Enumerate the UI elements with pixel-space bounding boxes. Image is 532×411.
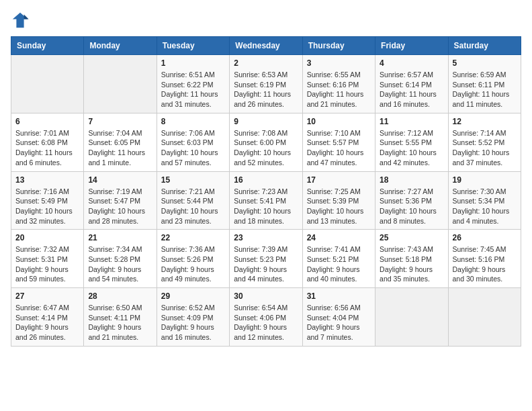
day-detail: Sunrise: 6:57 AMSunset: 6:14 PMDaylight:… [380, 70, 443, 109]
day-number: 16 [234, 175, 298, 185]
weekday-header: Wednesday [230, 37, 302, 55]
day-detail: Sunrise: 7:27 AMSunset: 5:36 PMDaylight:… [380, 187, 443, 226]
day-number: 26 [453, 233, 517, 242]
calendar-cell: 14Sunrise: 7:19 AMSunset: 5:47 PMDayligh… [84, 171, 157, 230]
day-number: 11 [380, 117, 443, 126]
calendar-week-row: 13Sunrise: 7:16 AMSunset: 5:49 PMDayligh… [11, 171, 521, 230]
day-detail: Sunrise: 7:10 AMSunset: 5:57 PMDaylight:… [307, 128, 371, 168]
calendar-cell: 26Sunrise: 7:45 AMSunset: 5:16 PMDayligh… [448, 230, 521, 288]
calendar-cell [84, 55, 157, 113]
calendar-cell: 28Sunrise: 6:50 AMSunset: 4:11 PMDayligh… [84, 288, 157, 347]
day-detail: Sunrise: 7:19 AMSunset: 5:47 PMDaylight:… [88, 187, 152, 226]
calendar-cell [448, 288, 521, 347]
day-number: 4 [380, 58, 443, 68]
day-number: 10 [307, 117, 371, 126]
day-number: 9 [234, 117, 298, 126]
day-detail: Sunrise: 6:59 AMSunset: 6:11 PMDaylight:… [453, 70, 517, 109]
day-number: 23 [234, 233, 298, 242]
calendar-cell: 30Sunrise: 6:54 AMSunset: 4:06 PMDayligh… [230, 288, 302, 347]
calendar-cell: 18Sunrise: 7:27 AMSunset: 5:36 PMDayligh… [375, 171, 448, 230]
day-detail: Sunrise: 6:56 AMSunset: 4:04 PMDaylight:… [307, 303, 371, 342]
calendar-week-row: 27Sunrise: 6:47 AMSunset: 4:14 PMDayligh… [11, 288, 521, 347]
day-detail: Sunrise: 7:45 AMSunset: 5:16 PMDaylight:… [453, 244, 517, 284]
day-number: 30 [234, 291, 298, 301]
calendar-cell: 25Sunrise: 7:43 AMSunset: 5:18 PMDayligh… [375, 230, 448, 288]
calendar-week-row: 6Sunrise: 7:01 AMSunset: 6:08 PMDaylight… [11, 113, 521, 171]
calendar-cell: 13Sunrise: 7:16 AMSunset: 5:49 PMDayligh… [11, 171, 84, 230]
day-number: 22 [161, 233, 225, 242]
day-detail: Sunrise: 6:53 AMSunset: 6:19 PMDaylight:… [234, 70, 298, 109]
calendar-cell: 9Sunrise: 7:08 AMSunset: 6:00 PMDaylight… [230, 113, 302, 171]
day-number: 17 [307, 175, 371, 185]
calendar-cell: 3Sunrise: 6:55 AMSunset: 6:16 PMDaylight… [302, 55, 375, 113]
day-number: 13 [15, 175, 79, 185]
day-detail: Sunrise: 7:23 AMSunset: 5:41 PMDaylight:… [234, 187, 298, 226]
calendar-week-row: 1Sunrise: 6:51 AMSunset: 6:22 PMDaylight… [11, 55, 521, 113]
calendar-cell: 20Sunrise: 7:32 AMSunset: 5:31 PMDayligh… [11, 230, 84, 288]
day-detail: Sunrise: 6:52 AMSunset: 4:09 PMDaylight:… [161, 303, 225, 342]
day-detail: Sunrise: 7:30 AMSunset: 5:34 PMDaylight:… [453, 187, 517, 226]
weekday-header: Tuesday [157, 37, 229, 55]
calendar-cell: 17Sunrise: 7:25 AMSunset: 5:39 PMDayligh… [302, 171, 375, 230]
weekday-header: Thursday [302, 37, 375, 55]
day-detail: Sunrise: 7:12 AMSunset: 5:55 PMDaylight:… [380, 128, 443, 168]
day-detail: Sunrise: 7:08 AMSunset: 6:00 PMDaylight:… [234, 128, 298, 168]
calendar-cell: 5Sunrise: 6:59 AMSunset: 6:11 PMDaylight… [448, 55, 521, 113]
weekday-header: Friday [375, 37, 448, 55]
day-detail: Sunrise: 6:50 AMSunset: 4:11 PMDaylight:… [88, 303, 152, 342]
day-number: 2 [234, 58, 298, 68]
day-number: 15 [161, 175, 225, 185]
calendar-cell: 29Sunrise: 6:52 AMSunset: 4:09 PMDayligh… [157, 288, 229, 347]
day-detail: Sunrise: 7:43 AMSunset: 5:18 PMDaylight:… [380, 244, 443, 284]
day-detail: Sunrise: 7:16 AMSunset: 5:49 PMDaylight:… [15, 187, 79, 226]
day-number: 28 [88, 291, 152, 301]
weekday-header: Sunday [11, 37, 84, 55]
day-number: 29 [161, 291, 225, 301]
day-detail: Sunrise: 7:39 AMSunset: 5:23 PMDaylight:… [234, 244, 298, 284]
svg-marker-1 [24, 15, 29, 19]
calendar-cell: 22Sunrise: 7:36 AMSunset: 5:26 PMDayligh… [157, 230, 229, 288]
calendar-body: 1Sunrise: 6:51 AMSunset: 6:22 PMDaylight… [11, 55, 521, 347]
calendar-cell: 4Sunrise: 6:57 AMSunset: 6:14 PMDaylight… [375, 55, 448, 113]
day-number: 7 [88, 117, 152, 126]
day-detail: Sunrise: 7:21 AMSunset: 5:44 PMDaylight:… [161, 187, 225, 226]
day-detail: Sunrise: 7:14 AMSunset: 5:52 PMDaylight:… [453, 128, 517, 168]
day-number: 8 [161, 117, 225, 126]
page-header [11, 11, 521, 30]
day-number: 25 [380, 233, 443, 242]
day-detail: Sunrise: 7:34 AMSunset: 5:28 PMDaylight:… [88, 244, 152, 284]
weekday-row: SundayMondayTuesdayWednesdayThursdayFrid… [11, 37, 521, 55]
day-number: 12 [453, 117, 517, 126]
day-number: 1 [161, 58, 225, 68]
calendar-cell: 12Sunrise: 7:14 AMSunset: 5:52 PMDayligh… [448, 113, 521, 171]
calendar-cell: 11Sunrise: 7:12 AMSunset: 5:55 PMDayligh… [375, 113, 448, 171]
calendar-cell: 27Sunrise: 6:47 AMSunset: 4:14 PMDayligh… [11, 288, 84, 347]
calendar-cell: 15Sunrise: 7:21 AMSunset: 5:44 PMDayligh… [157, 171, 229, 230]
calendar-cell: 8Sunrise: 7:06 AMSunset: 6:03 PMDaylight… [157, 113, 229, 171]
day-number: 14 [88, 175, 152, 185]
day-number: 6 [15, 117, 79, 126]
calendar-cell: 7Sunrise: 7:04 AMSunset: 6:05 PMDaylight… [84, 113, 157, 171]
calendar-table: SundayMondayTuesdayWednesdayThursdayFrid… [11, 36, 521, 347]
day-number: 27 [15, 291, 79, 301]
day-detail: Sunrise: 7:04 AMSunset: 6:05 PMDaylight:… [88, 128, 152, 168]
day-detail: Sunrise: 6:51 AMSunset: 6:22 PMDaylight:… [161, 70, 225, 109]
day-number: 3 [307, 58, 371, 68]
day-detail: Sunrise: 7:01 AMSunset: 6:08 PMDaylight:… [15, 128, 79, 168]
day-detail: Sunrise: 7:06 AMSunset: 6:03 PMDaylight:… [161, 128, 225, 168]
day-number: 18 [380, 175, 443, 185]
calendar-cell: 1Sunrise: 6:51 AMSunset: 6:22 PMDaylight… [157, 55, 229, 113]
calendar-cell [375, 288, 448, 347]
calendar-cell: 19Sunrise: 7:30 AMSunset: 5:34 PMDayligh… [448, 171, 521, 230]
calendar-cell: 24Sunrise: 7:41 AMSunset: 5:21 PMDayligh… [302, 230, 375, 288]
weekday-header: Saturday [448, 37, 521, 55]
calendar-cell: 10Sunrise: 7:10 AMSunset: 5:57 PMDayligh… [302, 113, 375, 171]
svg-marker-0 [13, 13, 28, 28]
calendar-cell: 31Sunrise: 6:56 AMSunset: 4:04 PMDayligh… [302, 288, 375, 347]
calendar-cell: 6Sunrise: 7:01 AMSunset: 6:08 PMDaylight… [11, 113, 84, 171]
calendar-cell: 21Sunrise: 7:34 AMSunset: 5:28 PMDayligh… [84, 230, 157, 288]
day-detail: Sunrise: 7:32 AMSunset: 5:31 PMDaylight:… [15, 244, 79, 284]
day-number: 21 [88, 233, 152, 242]
logo-icon [11, 11, 30, 30]
day-number: 20 [15, 233, 79, 242]
